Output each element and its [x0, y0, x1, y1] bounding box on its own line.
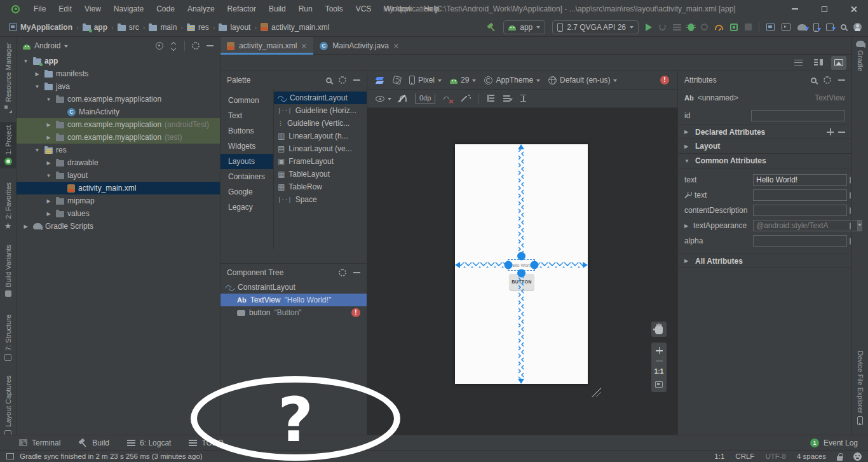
text-input[interactable] [753, 174, 847, 186]
category-google[interactable]: Google [220, 184, 273, 200]
stripe-device-file-explorer[interactable]: Device File Explorer [852, 351, 868, 425]
expand-arrow-icon[interactable] [44, 211, 53, 217]
category-containers[interactable]: Containers [220, 169, 273, 184]
expand-arrow-icon[interactable] [33, 71, 41, 77]
menu-tools[interactable]: Tools [319, 0, 349, 18]
tree-item-manifests[interactable]: manifests [17, 67, 220, 80]
run-button[interactable] [646, 24, 652, 31]
maximize-button[interactable] [810, 0, 839, 18]
search-icon[interactable] [811, 78, 817, 83]
infer-constraints-icon[interactable] [461, 94, 470, 103]
resource-pill-icon[interactable] [850, 238, 851, 245]
tree-item-mainactivity[interactable]: MainActivity [17, 105, 220, 118]
tree-item-res[interactable]: res [17, 144, 220, 156]
component-tablelayout[interactable]: ▦TableLayout [274, 168, 367, 180]
clear-constraints-icon[interactable] [444, 95, 453, 103]
tools-text-input[interactable] [753, 189, 847, 201]
view-options-button[interactable] [376, 95, 391, 102]
dropdown-button[interactable] [858, 220, 862, 231]
remove-attribute-icon[interactable] [838, 132, 845, 133]
tree-item-package[interactable]: com.example.myapplication [17, 93, 220, 105]
stop-icon[interactable] [745, 24, 752, 31]
project-view-select[interactable]: Android [34, 41, 60, 50]
tree-item-drawable[interactable]: drawable [17, 156, 220, 169]
expand-arrow-icon[interactable] [44, 97, 53, 102]
expand-arrow-icon[interactable] [44, 160, 53, 166]
canvas-resize-handle[interactable] [591, 387, 601, 397]
minimize-button[interactable] [780, 0, 810, 18]
tree-item-java[interactable]: java [17, 80, 220, 93]
menu-view[interactable]: View [78, 0, 107, 18]
menu-analyze[interactable]: Analyze [181, 0, 221, 18]
coverage-icon[interactable] [701, 24, 708, 31]
line-separator[interactable]: CRLF [735, 452, 754, 460]
section-layout[interactable]: Layout [678, 139, 851, 154]
chevron-down-icon[interactable] [64, 45, 68, 50]
menu-refactor[interactable]: Refactor [221, 0, 262, 18]
device-select[interactable]: 2.7 QVGA API 26 [552, 20, 639, 34]
menu-code[interactable]: Code [150, 0, 181, 18]
category-widgets[interactable]: Widgets [220, 139, 273, 154]
search-everywhere-icon[interactable] [841, 24, 846, 30]
category-common[interactable]: Common [220, 93, 273, 108]
caret-position[interactable]: 1:1 [714, 452, 724, 460]
breadcrumb-app[interactable]: app [80, 20, 110, 34]
toolwindow-toggle-icon[interactable] [6, 453, 14, 459]
canvas-button[interactable]: BUTTON [510, 274, 534, 290]
locale-picker[interactable]: Default (en-us) [548, 76, 617, 85]
expand-arrow-icon[interactable] [33, 84, 41, 90]
highlighting-level-icon[interactable] [853, 452, 862, 461]
expand-arrow-icon[interactable] [33, 147, 41, 153]
toolwindow-logcat[interactable]: 6: Logcat [127, 438, 171, 447]
category-legacy[interactable]: Legacy [220, 200, 273, 215]
hide-panel-icon[interactable] [207, 45, 214, 46]
orientation-icon[interactable] [393, 76, 402, 85]
tree-item-layout[interactable]: layout [17, 169, 220, 182]
attach-debugger-icon[interactable] [730, 24, 738, 31]
menu-file[interactable]: File [27, 0, 52, 18]
expand-arrow-icon[interactable] [44, 135, 53, 140]
default-margin-select[interactable]: 0dp [415, 93, 435, 104]
stripe-layout-captures[interactable]: Layout Captures [0, 372, 16, 440]
close-tab-icon[interactable] [393, 43, 399, 49]
tree-item-mipmap[interactable]: mipmap [17, 194, 220, 207]
menu-build[interactable]: Build [262, 0, 292, 18]
run-list-icon[interactable] [673, 24, 681, 31]
search-icon[interactable] [326, 78, 332, 83]
resource-pill-icon[interactable] [850, 207, 851, 214]
zoom-in-button[interactable] [656, 347, 663, 354]
resource-pill-icon[interactable] [850, 222, 851, 229]
zoom-fit-button[interactable] [655, 381, 663, 388]
profiler-icon[interactable] [715, 25, 723, 30]
comptree-button[interactable]: button"Button" [220, 306, 367, 319]
stripe-gradle[interactable]: Gradle [852, 41, 868, 71]
rerun-icon[interactable] [659, 24, 666, 31]
stripe-build-variants[interactable]: Build Variants [0, 241, 16, 300]
breadcrumb-src[interactable]: src [115, 20, 142, 34]
component-linearlayout-horizontal[interactable]: ▥LinearLayout (h... [274, 130, 367, 142]
breadcrumb-res[interactable]: res [184, 20, 212, 34]
gradle-sync-icon[interactable] [797, 24, 806, 31]
tree-item-activity-main-xml[interactable]: activity_main.xml [17, 182, 220, 194]
device-manager-icon[interactable] [782, 24, 790, 31]
add-attribute-icon[interactable] [827, 128, 834, 135]
component-tablerow[interactable]: ▦TableRow [274, 180, 367, 193]
pack-icon[interactable] [487, 95, 495, 102]
layout-errors-badge[interactable] [660, 76, 669, 85]
api-picker[interactable]: 29 [450, 76, 476, 85]
hide-panel-icon[interactable] [353, 79, 360, 81]
expand-arrow-icon[interactable] [22, 58, 30, 64]
component-framelayout[interactable]: ▣FrameLayout [274, 155, 367, 168]
category-text[interactable]: Text [220, 108, 273, 123]
breadcrumb-file[interactable]: activity_main.xml [258, 20, 332, 34]
code-view-button[interactable] [790, 56, 806, 70]
avd-manager-icon[interactable] [813, 23, 819, 32]
comptree-textview[interactable]: AbTextView"Hello World!" [220, 294, 367, 306]
close-button[interactable] [839, 0, 868, 18]
toolwindow-build[interactable]: Build [78, 438, 109, 447]
zoom-100-button[interactable]: 1:1 [654, 368, 663, 375]
design-canvas-area[interactable]: BUTTON Hello World! [367, 108, 677, 435]
menu-run[interactable]: Run [292, 0, 319, 18]
breadcrumb-project[interactable]: MyApplication [6, 20, 75, 34]
event-log-button[interactable]: 1Event Log [810, 438, 868, 447]
